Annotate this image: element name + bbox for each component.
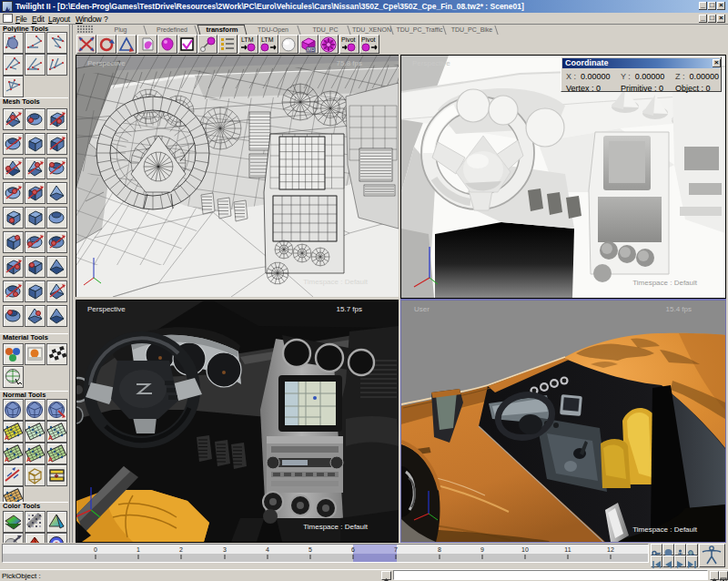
svg-text:A: A — [48, 434, 53, 441]
svg-text:10: 10 — [521, 546, 529, 553]
svg-text:0: 0 — [94, 546, 97, 553]
svg-text:9: 9 — [480, 546, 484, 553]
svg-text:75.8 fps: 75.8 fps — [337, 59, 362, 67]
svg-text:A: A — [5, 434, 9, 441]
svg-text:15.7 fps: 15.7 fps — [337, 305, 362, 313]
svg-text:15.4 fps: 15.4 fps — [666, 305, 692, 313]
svg-text:6: 6 — [351, 546, 355, 553]
svg-text:LTM: LTM — [241, 36, 254, 43]
svg-text:User: User — [414, 305, 430, 313]
svg-text:1: 1 — [136, 546, 140, 553]
svg-text:7: 7 — [394, 546, 398, 553]
svg-text:Timespace : Default: Timespace : Default — [632, 279, 698, 287]
svg-text:2: 2 — [179, 546, 183, 553]
svg-text:Perspective: Perspective — [87, 59, 126, 67]
svg-text:Timespace : Default: Timespace : Default — [303, 523, 369, 531]
svg-text:3: 3 — [223, 546, 227, 553]
svg-text:Perspective: Perspective — [412, 59, 450, 67]
svg-text:A: A — [48, 456, 53, 463]
svg-text:11: 11 — [564, 546, 571, 553]
svg-text:Pivot: Pivot — [341, 36, 356, 43]
svg-text:Timespace : Default: Timespace : Default — [632, 525, 698, 534]
svg-text:LTM: LTM — [261, 36, 274, 43]
svg-text:Pivot: Pivot — [361, 36, 376, 43]
svg-text:Perspective: Perspective — [87, 305, 126, 313]
svg-text:A: A — [5, 456, 9, 463]
svg-text:12: 12 — [607, 546, 614, 553]
svg-text:MB: MB — [308, 47, 315, 53]
svg-text:8: 8 — [438, 546, 441, 553]
svg-text:Timespace : Default: Timespace : Default — [303, 278, 369, 286]
svg-text:4: 4 — [266, 546, 269, 553]
svg-text:A: A — [26, 456, 31, 463]
svg-text:5: 5 — [308, 546, 312, 553]
